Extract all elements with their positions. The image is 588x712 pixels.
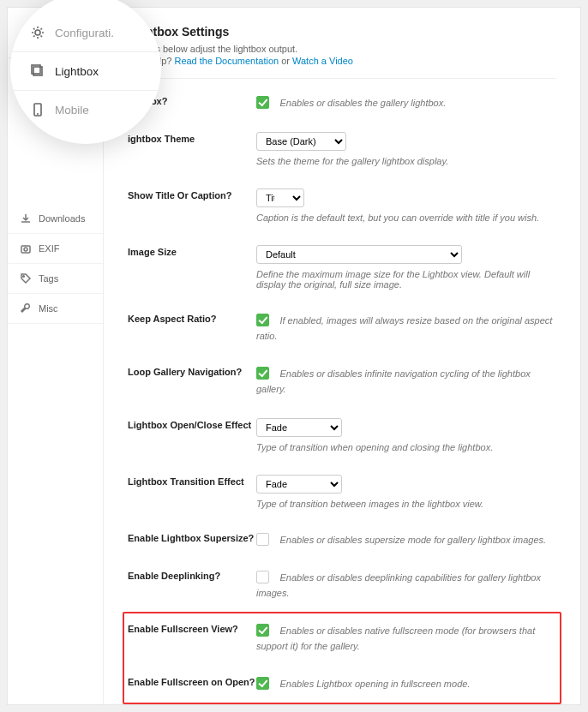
select-caption[interactable]: Title [256, 188, 304, 207]
window-icon [31, 64, 45, 78]
gear-icon [31, 26, 45, 39]
select-size[interactable]: Default [256, 245, 462, 264]
svg-point-3 [35, 30, 40, 35]
svg-point-2 [23, 276, 25, 278]
doc-link[interactable]: Read the Documentation [174, 56, 279, 66]
label-deeplink: Enable Deeplinking? [128, 569, 256, 581]
checkbox-loop[interactable] [256, 367, 269, 380]
label-trans-effect: Lightbox Transition Effect [128, 475, 256, 487]
sidebar-item-label: EXIF [39, 243, 59, 254]
select-theme[interactable]: Base (Dark) [256, 132, 346, 151]
sidebar-item-label: Misc [39, 303, 58, 314]
label-size: Image Size [128, 245, 256, 257]
desc-supersize: Enables or disables supersize mode for g… [279, 535, 546, 545]
checkbox-deeplink[interactable] [256, 571, 269, 583]
label-aspect: Keep Aspect Ratio? [128, 312, 256, 324]
label-theme: ightbox Theme [128, 132, 256, 144]
desc-fullscreen-open: Enables Lightbox opening in fullscreen m… [279, 679, 470, 689]
mobile-icon [31, 103, 45, 117]
svg-rect-0 [21, 246, 30, 253]
sidebar-item-tags[interactable]: Tags [8, 264, 103, 294]
desc-fullscreen: Enables or disables native fullscreen mo… [256, 625, 535, 651]
select-open-effect[interactable]: Fade [256, 418, 342, 437]
checkbox-enable-lightbox[interactable] [256, 96, 269, 109]
highlight-fullscreen-group: Enable Fullscreen View? Enables or disab… [123, 612, 561, 704]
label-open-effect: Lightbox Open/Close Effect [128, 418, 256, 430]
desc-aspect: If enabled, images will always resize ba… [256, 315, 552, 341]
label-fullscreen-open: Enable Fullscreen on Open? [128, 675, 256, 687]
sidebar-item-exif[interactable]: EXIF [8, 234, 103, 264]
page-subtitle: settings below adjust the lightbox outpu… [128, 44, 556, 54]
divider [128, 78, 556, 79]
svg-point-1 [24, 248, 27, 251]
desc-theme: Sets the theme for the gallery lightbox … [256, 156, 556, 166]
desc-loop: Enables or disables infinite navigation … [256, 368, 531, 394]
label-caption: Show Title Or Caption? [128, 188, 256, 200]
desc-size: Define the maximum image size for the Li… [256, 269, 556, 290]
desc-trans-effect: Type of transition between images in the… [256, 499, 556, 509]
download-icon [20, 212, 32, 224]
wrench-icon [20, 302, 32, 314]
desc-open-effect: Type of transition when opening and clos… [256, 442, 556, 452]
zoom-item-configuration[interactable]: Configurati. [10, 12, 161, 51]
help-line: ome help? Read the Documentation or Watc… [128, 56, 556, 66]
checkbox-fullscreen[interactable] [256, 624, 269, 637]
select-trans-effect[interactable]: Fade [256, 475, 342, 494]
label-loop: Loop Gallery Navigation? [128, 365, 256, 377]
checkbox-aspect[interactable] [256, 314, 269, 326]
tag-icon [20, 272, 32, 284]
video-link[interactable]: Watch a Video [292, 56, 353, 66]
zoom-item-lightbox[interactable]: Lightbox [10, 51, 161, 90]
checkbox-fullscreen-open[interactable] [256, 677, 269, 690]
label-supersize: Enable Lightbox Supersize? [128, 531, 256, 543]
page-title: Lightbox Settings [128, 25, 556, 39]
sidebar-item-label: Downloads [39, 213, 85, 224]
main-panel: Lightbox Settings settings below adjust … [104, 8, 580, 704]
desc-enable-lightbox: Enables or disables the gallery lightbox… [279, 98, 446, 108]
sidebar-item-misc[interactable]: Misc [8, 294, 103, 324]
label-fullscreen: Enable Fullscreen View? [128, 622, 256, 634]
desc-caption: Caption is the default text, but you can… [256, 212, 556, 223]
zoom-lens-overlay: Configurati. Lightbox Mobile [10, 0, 161, 144]
sidebar-item-label: Tags [39, 273, 58, 284]
camera-icon [20, 242, 32, 254]
checkbox-supersize[interactable] [256, 533, 269, 546]
sidebar-item-downloads[interactable]: Downloads [8, 204, 103, 234]
desc-deeplink: Enables or disables deeplinking capabili… [256, 572, 541, 598]
